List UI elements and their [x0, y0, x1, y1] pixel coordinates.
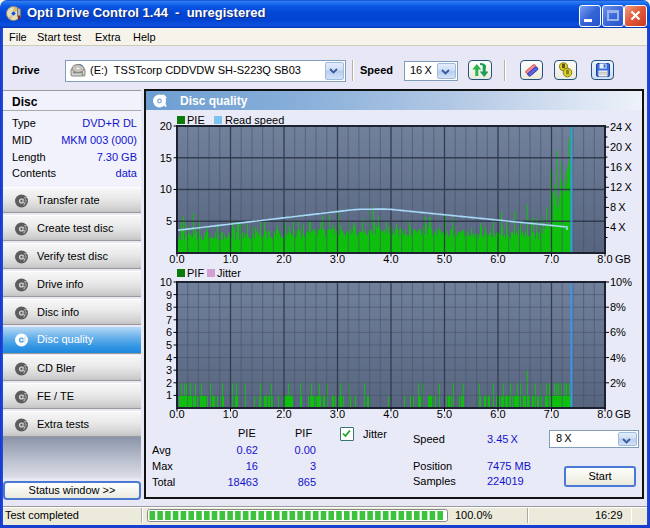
- svg-text:GB: GB: [615, 408, 631, 420]
- svg-text:4: 4: [166, 352, 172, 364]
- svg-text:8: 8: [166, 301, 172, 313]
- svg-text:4.0: 4.0: [383, 408, 398, 420]
- svg-text:10%: 10%: [610, 276, 632, 288]
- svg-text:10: 10: [160, 183, 172, 195]
- svg-text:5: 5: [166, 215, 172, 227]
- svg-text:3: 3: [166, 364, 172, 376]
- svg-text:GB: GB: [615, 253, 631, 265]
- svg-text:8.0: 8.0: [597, 408, 612, 420]
- svg-text:6.0: 6.0: [490, 253, 505, 265]
- svg-text:PIF: PIF: [187, 267, 204, 279]
- svg-text:0.0: 0.0: [169, 408, 184, 420]
- svg-text:7.0: 7.0: [544, 408, 559, 420]
- svg-text:4 X: 4 X: [610, 221, 626, 233]
- svg-text:5: 5: [166, 339, 172, 351]
- svg-text:2%: 2%: [610, 377, 626, 389]
- svg-text:5.0: 5.0: [437, 408, 452, 420]
- svg-text:6%: 6%: [610, 326, 626, 338]
- svg-text:0.0: 0.0: [169, 253, 184, 265]
- svg-text:8 X: 8 X: [610, 201, 626, 213]
- svg-text:12 X: 12 X: [610, 181, 632, 193]
- svg-text:15: 15: [160, 152, 172, 164]
- svg-text:2: 2: [166, 377, 172, 389]
- svg-text:5.0: 5.0: [437, 253, 452, 265]
- svg-text:8%: 8%: [610, 301, 626, 313]
- svg-text:1.0: 1.0: [223, 253, 238, 265]
- svg-text:2.0: 2.0: [276, 253, 291, 265]
- svg-text:Read speed: Read speed: [225, 114, 284, 126]
- svg-text:24 X: 24 X: [610, 121, 632, 133]
- svg-text:3.0: 3.0: [330, 408, 345, 420]
- svg-text:2.0: 2.0: [276, 408, 291, 420]
- svg-text:3.0: 3.0: [330, 253, 345, 265]
- svg-text:1.0: 1.0: [223, 408, 238, 420]
- svg-text:Jitter: Jitter: [217, 267, 241, 279]
- svg-text:8.0: 8.0: [597, 253, 612, 265]
- svg-text:7.0: 7.0: [544, 253, 559, 265]
- svg-text:6: 6: [166, 326, 172, 338]
- svg-text:1: 1: [166, 389, 172, 401]
- svg-text:20: 20: [160, 120, 172, 132]
- svg-text:9: 9: [166, 289, 172, 301]
- svg-text:4%: 4%: [610, 352, 626, 364]
- svg-text:4.0: 4.0: [383, 253, 398, 265]
- svg-text:20 X: 20 X: [610, 141, 632, 153]
- svg-text:PIE: PIE: [187, 114, 205, 126]
- svg-text:10: 10: [160, 276, 172, 288]
- svg-text:16 X: 16 X: [610, 161, 632, 173]
- svg-text:7: 7: [166, 314, 172, 326]
- svg-text:6.0: 6.0: [490, 408, 505, 420]
